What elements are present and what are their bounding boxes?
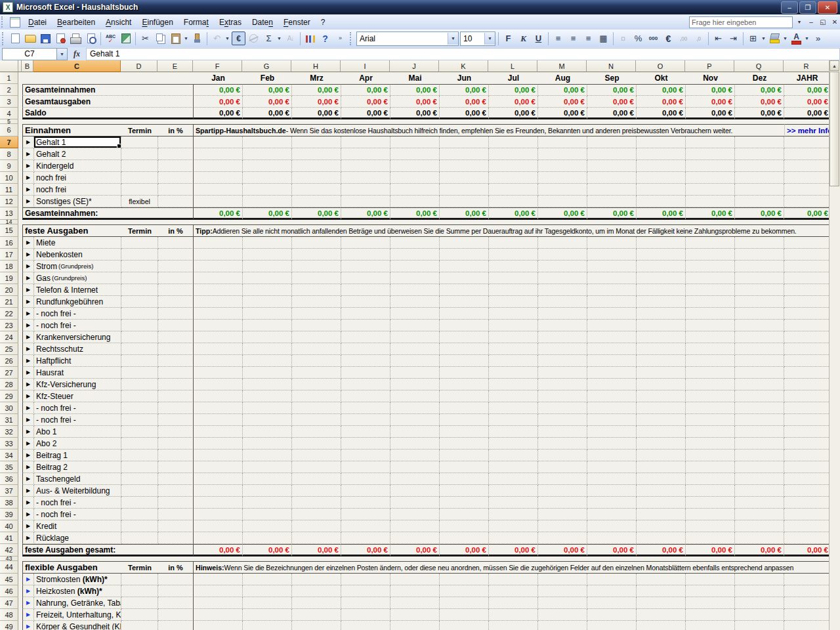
- column-header-C[interactable]: C: [33, 60, 121, 72]
- cell-K23[interactable]: [440, 320, 489, 331]
- cell-E16[interactable]: [158, 237, 194, 249]
- dropdown-arrow-icon[interactable]: ▼: [804, 32, 810, 45]
- cell-G33[interactable]: [243, 438, 292, 450]
- cell-P[interactable]: 0,00 €: [686, 108, 735, 119]
- cell-G38[interactable]: [243, 497, 292, 509]
- cell-L11[interactable]: [489, 184, 538, 196]
- cell-R30[interactable]: [784, 402, 830, 414]
- cell-J20[interactable]: [390, 284, 440, 296]
- cell-J19[interactable]: [390, 272, 440, 284]
- cell-K16[interactable]: [440, 237, 489, 249]
- column-header-P[interactable]: P: [685, 60, 734, 72]
- italic-button[interactable]: K: [516, 32, 530, 45]
- cell-D27[interactable]: [121, 367, 158, 379]
- cell-G7[interactable]: [243, 136, 292, 148]
- cell-N17[interactable]: [587, 249, 637, 261]
- row-header-41[interactable]: 41: [0, 532, 18, 544]
- cell-O29[interactable]: [637, 390, 686, 402]
- cell-N16[interactable]: [587, 237, 637, 249]
- cell-N33[interactable]: [587, 438, 637, 450]
- cell-M26[interactable]: [538, 355, 587, 367]
- row-header-4[interactable]: 4: [0, 108, 18, 119]
- cell-F30[interactable]: [194, 402, 243, 414]
- cell-C49[interactable]: Körper & Gesundheit (KP): [34, 621, 121, 630]
- row-header-42[interactable]: 42: [0, 544, 18, 556]
- cell-H[interactable]: 0,00 €: [292, 96, 341, 108]
- cell-M25[interactable]: [538, 343, 587, 355]
- cell-M47[interactable]: [538, 597, 587, 609]
- cell-B18[interactable]: ▶: [22, 261, 34, 272]
- summary-label-3[interactable]: Gesamtausgaben: [22, 96, 194, 108]
- cell-N35[interactable]: [587, 461, 637, 473]
- cell-L33[interactable]: [489, 438, 538, 450]
- menu-?[interactable]: ?: [316, 16, 331, 29]
- cell-Q[interactable]: 0,00 €: [735, 207, 784, 220]
- cell-M40[interactable]: [538, 520, 587, 532]
- cell-E49[interactable]: [158, 621, 194, 630]
- cell-G32[interactable]: [243, 426, 292, 438]
- row-header-7[interactable]: 7: [0, 136, 18, 148]
- cell-D41[interactable]: [121, 532, 158, 544]
- cell-O30[interactable]: [637, 402, 686, 414]
- row-header-35[interactable]: 35: [0, 461, 18, 473]
- menu-daten[interactable]: Daten: [247, 16, 278, 29]
- row-header-1[interactable]: 1: [0, 72, 18, 84]
- cell-K41[interactable]: [440, 532, 489, 544]
- cell-K[interactable]: 0,00 €: [440, 544, 489, 556]
- cell-M36[interactable]: [538, 473, 587, 485]
- cell-D37[interactable]: [121, 485, 158, 497]
- cell-N8[interactable]: [587, 148, 637, 160]
- total-label-13[interactable]: Gesamteinnahmen:: [22, 207, 194, 220]
- cell-F38[interactable]: [194, 497, 243, 509]
- print-icon[interactable]: [69, 32, 83, 45]
- row-header-45[interactable]: 45: [0, 574, 18, 585]
- percent-header-6[interactable]: in %: [158, 124, 194, 136]
- cell-J27[interactable]: [390, 367, 440, 379]
- cell-R31[interactable]: [784, 414, 830, 426]
- chart-wizard-icon[interactable]: [303, 32, 317, 45]
- cell-M22[interactable]: [538, 308, 587, 320]
- cell-O37[interactable]: [637, 485, 686, 497]
- cell-O19[interactable]: [637, 272, 686, 284]
- column-header-O[interactable]: O: [636, 60, 685, 72]
- cell-H9[interactable]: [292, 160, 341, 172]
- cell-Q30[interactable]: [735, 402, 784, 414]
- month-header-Okt[interactable]: Okt: [637, 72, 686, 84]
- cell-I45[interactable]: [341, 574, 390, 585]
- column-header-H[interactable]: H: [291, 60, 341, 72]
- cell-Q35[interactable]: [735, 461, 784, 473]
- row-header-34[interactable]: 34: [0, 450, 18, 461]
- cell-B10[interactable]: ▶: [22, 172, 34, 184]
- cell-B48[interactable]: ▶: [22, 609, 34, 621]
- cell-M30[interactable]: [538, 402, 587, 414]
- cell-R29[interactable]: [784, 390, 830, 402]
- cell-K40[interactable]: [440, 520, 489, 532]
- cell-E9[interactable]: [158, 160, 194, 172]
- cell-E33[interactable]: [158, 438, 194, 450]
- row-header-40[interactable]: 40: [0, 520, 18, 532]
- termin-header-6[interactable]: Termin: [121, 124, 158, 136]
- minimize-button[interactable]: –: [781, 1, 798, 14]
- cell-L10[interactable]: [489, 172, 538, 184]
- toolbar-options-icon[interactable]: »: [333, 32, 347, 45]
- cell-Q21[interactable]: [735, 296, 784, 308]
- month-header-Jun[interactable]: Jun: [440, 72, 489, 84]
- cell-H37[interactable]: [292, 485, 341, 497]
- cell-C48[interactable]: Freizeit, Unterhaltung, Kultur (U): [34, 609, 121, 621]
- cell-M11[interactable]: [538, 184, 587, 196]
- cell-P30[interactable]: [686, 402, 735, 414]
- cell-M24[interactable]: [538, 331, 587, 343]
- month-header-Mai[interactable]: Mai: [390, 72, 440, 84]
- cell-Q17[interactable]: [735, 249, 784, 261]
- cell-Q7[interactable]: [735, 136, 784, 148]
- cell-P23[interactable]: [686, 320, 735, 331]
- cell-O32[interactable]: [637, 426, 686, 438]
- cell-N32[interactable]: [587, 426, 637, 438]
- cell-H36[interactable]: [292, 473, 341, 485]
- cell-O18[interactable]: [637, 261, 686, 272]
- question-input[interactable]: [689, 16, 793, 28]
- cell-B36[interactable]: ▶: [22, 473, 34, 485]
- total-label-42[interactable]: feste Ausgaben gesamt:: [22, 544, 194, 556]
- cell-E8[interactable]: [158, 148, 194, 160]
- cell-F7[interactable]: [194, 136, 243, 148]
